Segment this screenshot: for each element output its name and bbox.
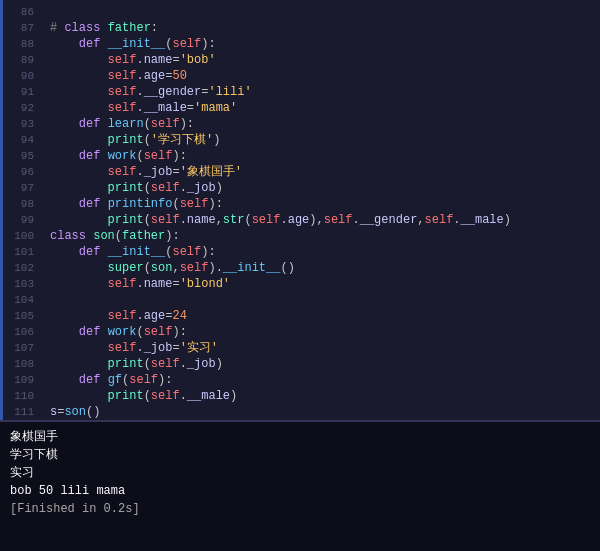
code-line: s=son() [50,404,592,420]
code-line: print(self.__male) [50,388,592,404]
terminal-line: 象棋国手 [10,428,590,446]
code-line: class son(father): [50,228,592,244]
code-line: def gf(self): [50,372,592,388]
code-line: print(self.name,str(self.age),self.__gen… [50,212,592,228]
code-line: def __init__(self): [50,36,592,52]
code-line: print(self._job) [50,180,592,196]
code-line: self.__gender='lili' [50,84,592,100]
code-line: self.__male='mama' [50,100,592,116]
code-editor[interactable]: 8687888990919293949596979899100101102103… [0,0,600,420]
code-line: print('学习下棋') [50,132,592,148]
code-line [50,4,592,20]
code-line: def printinfo(self): [50,196,592,212]
code-line: def work(self): [50,148,592,164]
code-line: self.age=50 [50,68,592,84]
line-numbers: 8687888990919293949596979899100101102103… [0,0,42,420]
code-line [50,292,592,308]
code-line: self._job='象棋国手' [50,164,592,180]
code-line: # class father: [50,20,592,36]
code-content[interactable]: # class father: def __init__(self): self… [42,0,600,420]
code-line: self._job='实习' [50,340,592,356]
code-line: def __init__(self): [50,244,592,260]
code-line: self.name='blond' [50,276,592,292]
terminal-line: [Finished in 0.2s] [10,500,590,518]
terminal: 象棋国手学习下棋实习bob 50 lili mama[Finished in 0… [0,420,600,551]
code-line: print(self._job) [50,356,592,372]
code-line: self.age=24 [50,308,592,324]
terminal-line: bob 50 lili mama [10,482,590,500]
code-line: super(son,self).__init__() [50,260,592,276]
code-line: def learn(self): [50,116,592,132]
code-line: def work(self): [50,324,592,340]
terminal-line: 学习下棋 [10,446,590,464]
editor-left-border [0,0,3,420]
terminal-line: 实习 [10,464,590,482]
code-line: self.name='bob' [50,52,592,68]
